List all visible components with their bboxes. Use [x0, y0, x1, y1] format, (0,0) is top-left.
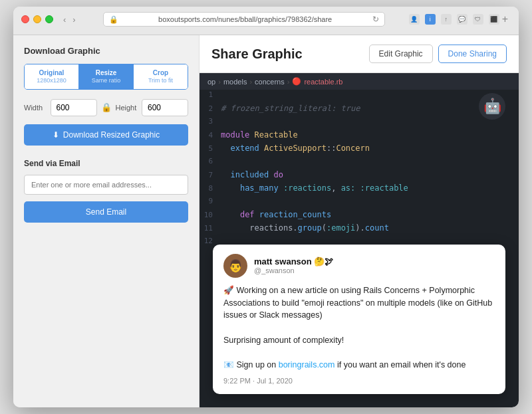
- forward-button[interactable]: ›: [70, 14, 77, 25]
- app-body: Download Graphic Original 1280x1280 Resi…: [13, 35, 519, 407]
- tweet-author-name: matt swanson 🤔🕊: [254, 257, 333, 266]
- download-label: Download Resized Graphic: [63, 130, 160, 140]
- browser-action-icons: 👤 i ↑ 💬 🛡 ⬛: [409, 14, 499, 25]
- tab-original[interactable]: Original 1280x1280: [25, 64, 79, 89]
- breadcrumb-concerns: concerns: [255, 78, 285, 86]
- breadcrumb: op › models › concerns › 🔴 reactable.rb: [200, 73, 519, 90]
- width-input[interactable]: [51, 99, 97, 116]
- tweet-body: 🚀 Working on a new article on using Rail…: [223, 284, 495, 371]
- ruby-file-icon: 🔴: [292, 77, 301, 86]
- breadcrumb-op: op: [207, 78, 215, 86]
- lock-dimensions-icon[interactable]: 🔒: [101, 102, 112, 112]
- tweet-text-line1: 🚀 Working on a new article on using Rail…: [223, 286, 492, 320]
- edit-graphic-button[interactable]: Edit Graphic: [369, 45, 433, 63]
- tweet-author-info: matt swanson 🤔🕊 @_swanson: [254, 257, 333, 274]
- height-label: Height: [116, 104, 138, 112]
- browser-window: ‹ › 🔒 boxoutsports.com/nunes/bball/graph…: [13, 7, 519, 407]
- minimize-button[interactable]: [33, 15, 41, 23]
- code-line-9: 9: [200, 196, 519, 209]
- tweet-text-line2: Surprising amount of complexity!: [223, 336, 344, 345]
- code-line-3: 3: [200, 116, 519, 130]
- code-line-11: 11 reactions.group(:emoji).count: [200, 223, 519, 236]
- dimension-row: Width 🔒 Height: [24, 99, 188, 116]
- code-line-10: 10 def reaction_counts: [200, 209, 519, 223]
- resize-tabs: Original 1280x1280 Resize Same ratio Cro…: [24, 64, 188, 90]
- code-editor: op › models › concerns › 🔴 reactable.rb …: [200, 73, 519, 407]
- browser-chrome: ‹ › 🔒 boxoutsports.com/nunes/bball/graph…: [13, 7, 519, 35]
- height-input[interactable]: [142, 99, 188, 116]
- page-title: Share Graphic: [211, 47, 303, 62]
- extension-icon-2[interactable]: i: [425, 14, 436, 25]
- traffic-lights: [21, 15, 53, 23]
- extension-icon-1[interactable]: 👤: [409, 14, 420, 25]
- nav-buttons: ‹ ›: [61, 14, 78, 25]
- send-email-button[interactable]: Send Email: [24, 201, 188, 223]
- header-buttons: Edit Graphic Done Sharing: [369, 45, 507, 63]
- sidebar-title: Download Graphic: [24, 46, 188, 56]
- extension-icon-5[interactable]: 🛡: [473, 14, 483, 25]
- lock-icon: 🔒: [109, 15, 118, 24]
- url-text: boxoutsports.com/nunes/bball/graphics/79…: [122, 15, 368, 23]
- code-line-6: 6: [200, 156, 519, 169]
- email-section-title: Send via Email: [24, 159, 188, 168]
- download-button[interactable]: ⬇ Download Resized Graphic: [24, 124, 188, 146]
- tweet-text-line3: 📧 Sign up on: [223, 360, 279, 369]
- code-line-7: 7 included do: [200, 169, 519, 183]
- tab-resize[interactable]: Resize Same ratio: [79, 64, 134, 89]
- tweet-link[interactable]: boringrails.com: [279, 360, 335, 369]
- code-line-8: 8 has_many :reactions, as: :reactable: [200, 183, 519, 196]
- done-sharing-button[interactable]: Done Sharing: [438, 45, 507, 63]
- refresh-icon[interactable]: ↻: [372, 15, 379, 24]
- code-line-5: 5 extend ActiveSupport::Concern: [200, 143, 519, 156]
- back-button[interactable]: ‹: [61, 14, 68, 25]
- extension-icon-4[interactable]: 💬: [457, 14, 467, 25]
- new-tab-button[interactable]: +: [499, 13, 511, 25]
- download-icon: ⬇: [53, 130, 59, 140]
- tweet-avatar: 👨: [223, 254, 247, 278]
- code-block: 1 2 # frozen_string_literal: true 3 4 mo…: [200, 90, 519, 249]
- code-line-2: 2 # frozen_string_literal: true: [200, 103, 519, 116]
- email-input[interactable]: [24, 175, 188, 195]
- extension-icon-3[interactable]: ↑: [441, 14, 452, 25]
- mascot-avatar: 🤖: [479, 93, 505, 120]
- sidebar: Download Graphic Original 1280x1280 Resi…: [13, 35, 200, 407]
- extension-icon-6[interactable]: ⬛: [489, 14, 499, 25]
- tweet-header: 👨 matt swanson 🤔🕊 @_swanson: [223, 254, 495, 278]
- address-bar[interactable]: 🔒 boxoutsports.com/nunes/bball/graphics/…: [103, 12, 385, 27]
- tweet-author-handle: @_swanson: [254, 266, 333, 274]
- tweet-card: 👨 matt swanson 🤔🕊 @_swanson 🚀 Working on…: [213, 245, 505, 394]
- maximize-button[interactable]: [45, 15, 53, 23]
- close-button[interactable]: [21, 15, 29, 23]
- content-header: Share Graphic Edit Graphic Done Sharing: [200, 35, 519, 73]
- width-label: Width: [24, 104, 47, 112]
- breadcrumb-models: models: [223, 78, 247, 86]
- breadcrumb-file: 🔴 reactable.rb: [292, 77, 342, 86]
- tab-crop[interactable]: Crop Trim to fit: [134, 64, 188, 89]
- tweet-timestamp: 9:22 PM · Jul 1, 2020: [223, 377, 495, 385]
- code-line-1: 1: [200, 90, 519, 103]
- code-line-4: 4 module Reactable: [200, 130, 519, 143]
- main-content: Share Graphic Edit Graphic Done Sharing …: [200, 35, 519, 407]
- tweet-text-line4: if you want an email when it's done: [334, 360, 466, 369]
